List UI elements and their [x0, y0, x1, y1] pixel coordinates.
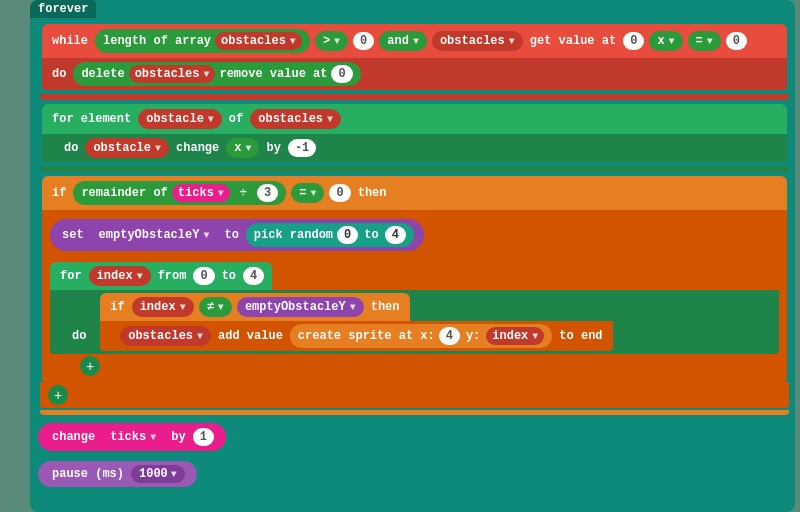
obstacles-dropdown-1[interactable]: obstacles ▼: [215, 32, 302, 50]
to-keyword: to: [222, 228, 240, 242]
if-keyword-2: if: [108, 300, 126, 314]
pick-random-block[interactable]: pick random 0 to 4: [246, 223, 414, 247]
x-dropdown-block[interactable]: x ▼: [649, 31, 682, 51]
greater-than-block[interactable]: > ▼: [315, 31, 348, 51]
length-of-array-block[interactable]: length of array obstacles ▼: [95, 29, 310, 53]
create-sprite-block[interactable]: create sprite at x: 4 y: index ▼: [290, 324, 552, 348]
if-inner-wrapper: if index ▼ ≠ ▼ emptyObsta: [100, 293, 612, 351]
for-index-row: for index ▼ from 0 to 4: [50, 262, 272, 290]
for-element-close-bar: [40, 166, 789, 172]
emptyobstacley-dropdown-2[interactable]: emptyObstacleY ▼: [237, 297, 364, 317]
main-container: forever while length of array obstacles …: [0, 0, 800, 512]
equals-block[interactable]: = ▼: [688, 31, 721, 51]
pause-value-block[interactable]: 1000 ▼: [131, 465, 185, 483]
add-value-label: add value: [216, 329, 285, 343]
to-end-label: to end: [557, 329, 604, 343]
remainder-of-block[interactable]: remainder of ticks ▼ ÷ 3: [73, 181, 286, 205]
obstacles-dropdown-3[interactable]: obstacles ▼: [250, 109, 341, 129]
not-equal-block[interactable]: ≠ ▼: [199, 297, 232, 317]
by-keyword-2: by: [169, 430, 187, 444]
num-0-getval[interactable]: 0: [623, 32, 644, 50]
forever-text: forever: [38, 2, 88, 16]
to-keyword-2: to: [220, 269, 238, 283]
for-element-block: for element obstacle ▼ of obstacles ▼: [42, 104, 787, 134]
pause-row: pause (ms) 1000 ▼: [38, 456, 791, 492]
if-inner-row: if index ▼ ≠ ▼ emptyObsta: [100, 293, 409, 321]
forever-label: forever: [30, 0, 96, 18]
get-value-at-label: get value at: [528, 34, 618, 48]
plus-btn-row-2: +: [40, 382, 789, 408]
if-keyword: if: [50, 186, 68, 200]
if-inner-body: obstacles ▼ add value create sprite at x…: [100, 321, 612, 351]
num-0-remove[interactable]: 0: [331, 65, 352, 83]
do-delete-row: do delete obstacles ▼ remove value at 0: [42, 58, 787, 90]
change-keyword-2: change: [50, 430, 97, 444]
num-1-change[interactable]: 1: [193, 428, 214, 446]
emptyobstacley-dropdown-1[interactable]: emptyObstacleY ▼: [91, 225, 218, 245]
index-dropdown-1[interactable]: index ▼: [89, 266, 151, 286]
num-neg1[interactable]: -1: [288, 139, 316, 157]
obstacle-dropdown-2[interactable]: obstacle ▼: [85, 138, 169, 158]
num-4-for[interactable]: 4: [243, 267, 264, 285]
set-block: set emptyObstacleY ▼ to pick random 0 to…: [50, 219, 424, 251]
index-dropdown-3[interactable]: index ▼: [486, 327, 544, 345]
obstacles-dropdown-4[interactable]: obstacles ▼: [120, 326, 211, 346]
ticks-dropdown-2[interactable]: ticks ▼: [102, 427, 164, 447]
num-4-sprite[interactable]: 4: [439, 327, 460, 345]
ticks-dropdown-1[interactable]: ticks ▼: [172, 184, 230, 202]
pause-label: pause (ms): [50, 467, 126, 481]
obstacles-getvalue-block[interactable]: obstacles ▼: [432, 31, 523, 51]
remove-value-at-label: remove value at: [219, 67, 327, 81]
for-element-keyword: for element: [50, 112, 133, 126]
do-keyword: do: [50, 67, 68, 81]
then-keyword-2: then: [369, 300, 402, 314]
num-0-if[interactable]: 0: [329, 184, 350, 202]
change-keyword: change: [174, 141, 221, 155]
num-0-while[interactable]: 0: [353, 32, 374, 50]
by-keyword: by: [264, 141, 282, 155]
while-block: while length of array obstacles ▼ > ▼ 0 …: [42, 24, 787, 58]
for-index-wrapper: for index ▼ from 0 to 4 do: [50, 259, 779, 378]
for-index-do-row: do if index ▼ ≠ ▼: [50, 290, 779, 354]
forever-wrapper: forever while length of array obstacles …: [30, 0, 795, 512]
if-block: if remainder of ticks ▼ ÷ 3 = ▼ 0: [42, 176, 787, 210]
while-keyword: while: [50, 34, 90, 48]
set-row-wrapper: set emptyObstacleY ▼ to pick random 0 to…: [50, 214, 779, 256]
of-keyword: of: [227, 112, 245, 126]
pause-block: pause (ms) 1000 ▼: [38, 461, 197, 487]
if-close-bar: [40, 410, 789, 415]
for-do-row: do obstacle ▼ change x ▼ by -1: [42, 134, 787, 162]
do-keyword-2: do: [62, 141, 80, 155]
change-ticks-block: change ticks ▼ by 1: [38, 423, 226, 451]
equals-block-2[interactable]: = ▼: [291, 183, 324, 203]
divide-block[interactable]: ÷: [234, 184, 253, 202]
from-keyword: from: [156, 269, 189, 283]
delete-block[interactable]: delete obstacles ▼ remove value at 0: [73, 62, 360, 86]
while-close-bar: [40, 94, 789, 100]
obstacle-dropdown-1[interactable]: obstacle ▼: [138, 109, 222, 129]
for-keyword-2: for: [58, 269, 84, 283]
forever-body: while length of array obstacles ▼ > ▼ 0 …: [30, 18, 795, 494]
index-dropdown-2[interactable]: index ▼: [132, 297, 194, 317]
change-ticks-row: change ticks ▼ by 1: [38, 418, 791, 456]
and-block[interactable]: and ▼: [379, 31, 427, 51]
then-keyword: then: [356, 186, 389, 200]
set-keyword: set: [60, 228, 86, 242]
plus-btn-wrapper-1: +: [50, 354, 779, 378]
obstacles-dropdown-2[interactable]: obstacles ▼: [129, 65, 216, 83]
plus-button-2[interactable]: +: [48, 385, 68, 405]
x-dropdown-2[interactable]: x ▼: [226, 138, 259, 158]
do-keyword-3: do: [70, 329, 88, 343]
num-0-equals[interactable]: 0: [726, 32, 747, 50]
num-0-for[interactable]: 0: [193, 267, 214, 285]
plus-button-1[interactable]: +: [80, 356, 100, 376]
num-4-pickrand[interactable]: 4: [385, 226, 406, 244]
num-3[interactable]: 3: [257, 184, 278, 202]
num-0-pickrand[interactable]: 0: [337, 226, 358, 244]
if-body: set emptyObstacleY ▼ to pick random 0 to…: [42, 210, 787, 382]
